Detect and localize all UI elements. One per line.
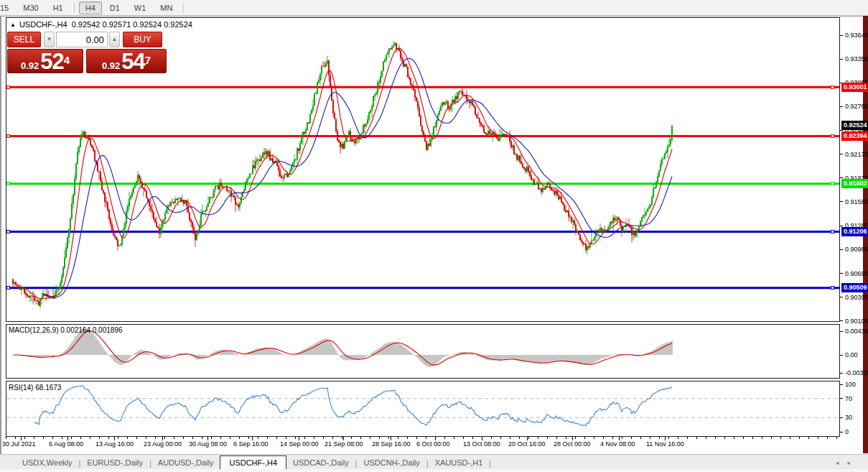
date-axis-minor-tick[interactable] xyxy=(332,437,333,439)
rsi-axis-tick-label[interactable]: 100 xyxy=(845,381,856,388)
price-axis-tick[interactable] xyxy=(840,154,843,154)
date-axis-minor-tick[interactable] xyxy=(416,437,417,439)
macd-axis-tick-label[interactable]: -0.00336 xyxy=(845,369,868,376)
price-axis-tick-label[interactable]: 0.90100 xyxy=(845,318,868,325)
date-axis-minor-tick[interactable] xyxy=(715,437,716,439)
price-axis-tick[interactable] xyxy=(840,320,843,321)
macd-chart[interactable] xyxy=(6,325,839,378)
date-axis-minor-tick[interactable] xyxy=(743,437,744,439)
date-axis-label[interactable]: 6 Oct 00:00 xyxy=(416,440,450,448)
date-axis-minor-tick[interactable] xyxy=(183,437,184,439)
tab-scroll-arrows[interactable]: ◂▸ xyxy=(836,459,859,466)
date-axis-minor-tick[interactable] xyxy=(510,437,510,439)
timeframe-button-w1[interactable]: W1 xyxy=(128,1,153,14)
price-axis-tick-label[interactable]: 0.93645 xyxy=(845,32,868,39)
rsi-axis-tick-label[interactable]: 30 xyxy=(845,414,852,421)
rsi-axis-tick[interactable] xyxy=(840,432,843,432)
date-axis-minor-tick[interactable] xyxy=(407,437,408,439)
date-axis-minor-tick[interactable] xyxy=(351,437,352,439)
date-axis-minor-tick[interactable] xyxy=(827,437,828,439)
price-axis-tick[interactable] xyxy=(840,201,843,202)
date-axis-minor-tick[interactable] xyxy=(594,437,594,439)
date-axis-minor-tick[interactable] xyxy=(342,437,342,439)
rsi-axis-tick[interactable] xyxy=(840,417,843,418)
date-axis-label[interactable]: 13 Oct 08:00 xyxy=(463,440,500,448)
date-axis-minor-tick[interactable] xyxy=(790,437,790,439)
date-axis-minor-tick[interactable] xyxy=(659,437,660,439)
date-axis-minor-tick[interactable] xyxy=(566,437,566,439)
hline-anchor[interactable] xyxy=(831,182,834,185)
price-axis-tick-label[interactable]: 0.90985 xyxy=(845,246,868,253)
date-axis-minor-tick[interactable] xyxy=(24,437,25,439)
date-axis-minor-tick[interactable] xyxy=(174,437,174,439)
date-axis-minor-tick[interactable] xyxy=(258,437,258,439)
price-axis-tick[interactable] xyxy=(840,226,843,226)
hline-anchor[interactable] xyxy=(831,134,834,138)
date-axis-minor-tick[interactable] xyxy=(724,437,725,439)
date-axis-label[interactable]: 6 Aug 08:00 xyxy=(49,440,83,448)
price-axis-tick-label[interactable]: 0.92170 xyxy=(845,151,868,158)
rsi-chart[interactable] xyxy=(6,381,839,436)
date-axis-minor-tick[interactable] xyxy=(43,437,44,439)
macd-axis-tick[interactable] xyxy=(840,331,843,332)
hline-anchor[interactable] xyxy=(6,230,10,233)
date-axis-minor-tick[interactable] xyxy=(556,437,557,439)
date-axis-minor-tick[interactable] xyxy=(678,437,678,439)
volume-input[interactable] xyxy=(56,32,108,47)
macd-axis-tick[interactable] xyxy=(840,355,843,356)
date-axis-minor-tick[interactable] xyxy=(90,437,90,439)
hline-price-chip[interactable]: 0.91802 xyxy=(841,179,868,188)
tab-scroll-left-icon[interactable]: ◂ xyxy=(836,459,848,466)
date-axis-minor-tick[interactable] xyxy=(220,437,221,439)
date-axis-minor-tick[interactable] xyxy=(99,437,100,439)
date-axis-minor-tick[interactable] xyxy=(528,437,529,439)
date-axis-label[interactable]: 20 Oct 16:00 xyxy=(508,440,546,448)
buy-price-button[interactable]: 0.92 54 7 xyxy=(86,49,167,73)
hline-price-chip[interactable]: 0.92394 xyxy=(841,131,868,141)
date-axis-minor-tick[interactable] xyxy=(211,437,212,439)
date-axis-minor-tick[interactable] xyxy=(398,437,398,439)
date-axis-minor-tick[interactable] xyxy=(762,437,762,439)
tab-usdchf-h4[interactable]: USDCHF-,H4 xyxy=(220,455,286,471)
date-axis-minor-tick[interactable] xyxy=(818,437,818,439)
date-axis-minor-tick[interactable] xyxy=(314,437,314,439)
date-axis-label[interactable]: 11 Nov 16:00 xyxy=(646,440,684,448)
date-axis-minor-tick[interactable] xyxy=(108,437,109,439)
date-axis-minor-tick[interactable] xyxy=(500,437,501,439)
date-axis-minor-tick[interactable] xyxy=(463,437,464,439)
hline-anchor[interactable] xyxy=(831,230,834,233)
price-axis-tick[interactable] xyxy=(840,177,843,178)
hline-price-chip[interactable]: 0.93001 xyxy=(841,83,868,92)
price-axis-tick-label[interactable]: 0.90690 xyxy=(845,270,868,277)
hline-anchor[interactable] xyxy=(6,134,10,138)
date-axis-label[interactable]: 30 Jul 2021 xyxy=(2,440,36,448)
volume-decrease-button[interactable]: ▼ xyxy=(44,32,55,47)
timeframe-button-h4[interactable]: H4 xyxy=(79,1,102,14)
price-axis-tick[interactable] xyxy=(840,273,843,274)
date-axis-minor-tick[interactable] xyxy=(118,437,118,439)
date-axis-label[interactable]: 28 Sep 16:00 xyxy=(372,440,411,448)
date-axis-minor-tick[interactable] xyxy=(575,437,576,439)
date-axis-minor-tick[interactable] xyxy=(295,437,296,439)
hline-anchor[interactable] xyxy=(6,286,10,290)
date-axis-minor-tick[interactable] xyxy=(155,437,156,439)
hline-price-chip[interactable]: 0.90509 xyxy=(841,283,868,292)
date-axis-label[interactable]: 13 Aug 16:00 xyxy=(95,440,134,448)
hline-anchor[interactable] xyxy=(6,85,10,89)
tab-audusd-daily[interactable]: AUDUSD-,Daily xyxy=(151,456,220,470)
date-axis-minor-tick[interactable] xyxy=(164,437,165,439)
date-axis-minor-tick[interactable] xyxy=(360,437,361,439)
date-axis-minor-tick[interactable] xyxy=(584,437,585,439)
rsi-axis-tick[interactable] xyxy=(840,384,843,385)
price-axis-tick[interactable] xyxy=(840,249,843,250)
date-axis-minor-tick[interactable] xyxy=(734,437,734,439)
macd-axis-tick-label[interactable]: 0.004366 xyxy=(845,328,868,335)
sell-price-button[interactable]: 0.92 52 4 xyxy=(7,49,83,73)
date-axis-minor-tick[interactable] xyxy=(426,437,426,439)
hline-anchor[interactable] xyxy=(831,286,834,290)
date-axis-minor-tick[interactable] xyxy=(836,437,837,439)
date-axis-label[interactable]: 21 Sep 08:00 xyxy=(325,440,363,448)
rsi-axis-tick-label[interactable]: 70 xyxy=(845,395,852,402)
timeframe-button-h1[interactable]: H1 xyxy=(47,1,70,14)
date-axis-minor-tick[interactable] xyxy=(80,437,81,439)
